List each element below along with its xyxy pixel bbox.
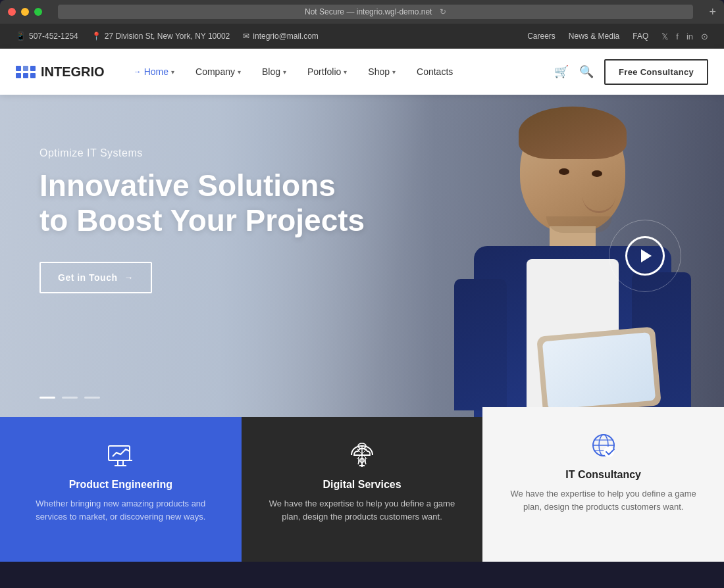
nav-portfolio-arrow: ▾ xyxy=(344,68,347,76)
browser-url: Not Secure — integrio.wgl-demo.net xyxy=(305,7,432,16)
hero-cta-label: Get in Touch xyxy=(58,272,118,283)
services-section: Product Engineering Whether bringing new… xyxy=(0,417,724,562)
service-title-it-consultancy: IT Consultancy xyxy=(565,469,641,481)
nav-company[interactable]: Company ▾ xyxy=(186,61,250,82)
nav-shop-arrow: ▾ xyxy=(392,68,396,76)
browser-refresh-icon[interactable]: ↻ xyxy=(440,7,446,16)
svg-point-19 xyxy=(604,447,614,457)
person-eye-right xyxy=(592,170,602,177)
service-card-it-consultancy[interactable]: IT Consultancy We have the expertise to … xyxy=(482,407,724,562)
nav-portfolio-label: Portfolio xyxy=(307,66,341,77)
tablet-screen xyxy=(542,332,656,410)
hero-title-line1: Innovative Solutions xyxy=(39,168,336,203)
consultancy-button[interactable]: Free Consultancy xyxy=(604,59,708,85)
service-title-digital-services: Digital Services xyxy=(323,479,401,491)
logo-grid-icon xyxy=(16,66,36,78)
nav-contacts-label: Contacts xyxy=(417,66,453,77)
search-icon[interactable]: 🔍 xyxy=(579,64,594,79)
topbar-left: 📱 507-452-1254 📍 27 Division St, New Yor… xyxy=(16,32,319,41)
topbar-link-news[interactable]: News & Media xyxy=(569,32,619,41)
email-text: integrio@mail.com xyxy=(253,32,319,41)
hero-section: Optimize IT Systems Innovative Solutions… xyxy=(0,95,724,417)
browser-close-dot[interactable] xyxy=(8,8,16,16)
nav-blog[interactable]: Blog ▾ xyxy=(253,61,296,82)
person-beard xyxy=(546,216,612,233)
nav-company-arrow: ▾ xyxy=(238,68,241,76)
topbar-link-faq[interactable]: FAQ xyxy=(633,32,648,41)
phone-number: 507-452-1254 xyxy=(29,32,78,41)
nav-home-label: Home xyxy=(144,66,168,77)
hero-title: Innovative Solutions to Boost Your Proje… xyxy=(39,168,365,238)
it-consultancy-icon xyxy=(589,431,618,460)
service-card-digital-services[interactable]: Digital Services We have the expertise t… xyxy=(242,417,483,562)
logo-text: INTEGRIO xyxy=(41,64,105,80)
slider-dot-2[interactable] xyxy=(62,397,78,399)
hero-cta-button[interactable]: Get in Touch → xyxy=(39,262,152,293)
person-hair xyxy=(519,107,627,159)
hero-subtitle: Optimize IT Systems xyxy=(39,147,365,159)
twitter-icon[interactable]: 𝕏 xyxy=(661,32,668,41)
linkedin-icon[interactable]: in xyxy=(686,32,693,41)
slider-dots xyxy=(39,397,100,399)
topbar-link-careers[interactable]: Careers xyxy=(527,32,556,41)
nav-right: 🛒 🔍 Free Consultancy xyxy=(554,59,708,85)
nav-shop-label: Shop xyxy=(368,66,390,77)
nav-items: → Home ▾ Company ▾ Blog ▾ Portfolio ▾ Sh… xyxy=(124,61,554,82)
phone-icon: 📱 xyxy=(16,32,26,41)
nav-company-label: Company xyxy=(195,66,235,77)
person-arm-left xyxy=(454,279,507,410)
nav-blog-label: Blog xyxy=(262,66,280,77)
topbar-social: 𝕏 f in ⊙ xyxy=(661,32,708,41)
topbar-right: Careers News & Media FAQ 𝕏 f in ⊙ xyxy=(527,32,708,41)
digital-services-icon xyxy=(348,441,376,470)
topbar-email[interactable]: ✉ integrio@mail.com xyxy=(243,32,319,41)
topbar: 📱 507-452-1254 📍 27 Division St, New Yor… xyxy=(0,24,724,49)
browser-minimize-dot[interactable] xyxy=(21,8,29,16)
browser-new-tab[interactable]: + xyxy=(709,5,716,19)
browser-maximize-dot[interactable] xyxy=(34,8,42,16)
nav-home-arrow: ▾ xyxy=(171,68,174,76)
product-engineering-icon xyxy=(106,441,135,470)
browser-chrome: Not Secure — integrio.wgl-demo.net ↻ + xyxy=(0,0,724,24)
hero-cta-arrow: → xyxy=(124,272,134,283)
address-text: 27 Division St, New York, NY 10002 xyxy=(105,32,230,41)
site-wrapper: 📱 507-452-1254 📍 27 Division St, New Yor… xyxy=(0,24,724,588)
person-eye-left xyxy=(559,168,569,175)
logo[interactable]: INTEGRIO xyxy=(16,64,105,80)
slider-dot-3[interactable] xyxy=(84,397,100,399)
nav-portfolio[interactable]: Portfolio ▾ xyxy=(298,61,356,82)
service-desc-product-engineering: Whether bringing new amazing products an… xyxy=(20,497,222,523)
service-card-product-engineering[interactable]: Product Engineering Whether bringing new… xyxy=(0,417,242,562)
nav-home-arrow-left: → xyxy=(134,67,142,76)
play-button[interactable] xyxy=(625,236,665,276)
nav-blog-arrow: ▾ xyxy=(283,68,286,76)
service-title-product-engineering: Product Engineering xyxy=(69,479,172,491)
instagram-icon[interactable]: ⊙ xyxy=(701,32,708,41)
nav-contacts[interactable]: Contacts xyxy=(407,61,462,82)
nav-shop[interactable]: Shop ▾ xyxy=(359,61,405,82)
cart-icon[interactable]: 🛒 xyxy=(554,64,569,79)
hero-content: Optimize IT Systems Innovative Solutions… xyxy=(39,147,365,293)
slider-dot-1[interactable] xyxy=(39,397,55,399)
hero-title-line2: to Boost Your Projects xyxy=(39,203,365,237)
topbar-phone[interactable]: 📱 507-452-1254 xyxy=(16,32,78,41)
browser-address-bar[interactable]: Not Secure — integrio.wgl-demo.net ↻ xyxy=(58,5,693,19)
topbar-address[interactable]: 📍 27 Division St, New York, NY 10002 xyxy=(91,32,230,41)
email-icon: ✉ xyxy=(243,32,249,41)
nav-home[interactable]: → Home ▾ xyxy=(124,61,184,82)
play-icon xyxy=(641,249,652,262)
navbar: INTEGRIO → Home ▾ Company ▾ Blog ▾ Portf… xyxy=(0,49,724,95)
location-icon: 📍 xyxy=(91,32,101,41)
service-desc-digital-services: We have the expertise to help you define… xyxy=(261,497,463,523)
service-desc-it-consultancy: We have the expertise to help you define… xyxy=(502,487,704,513)
facebook-icon[interactable]: f xyxy=(676,32,679,41)
